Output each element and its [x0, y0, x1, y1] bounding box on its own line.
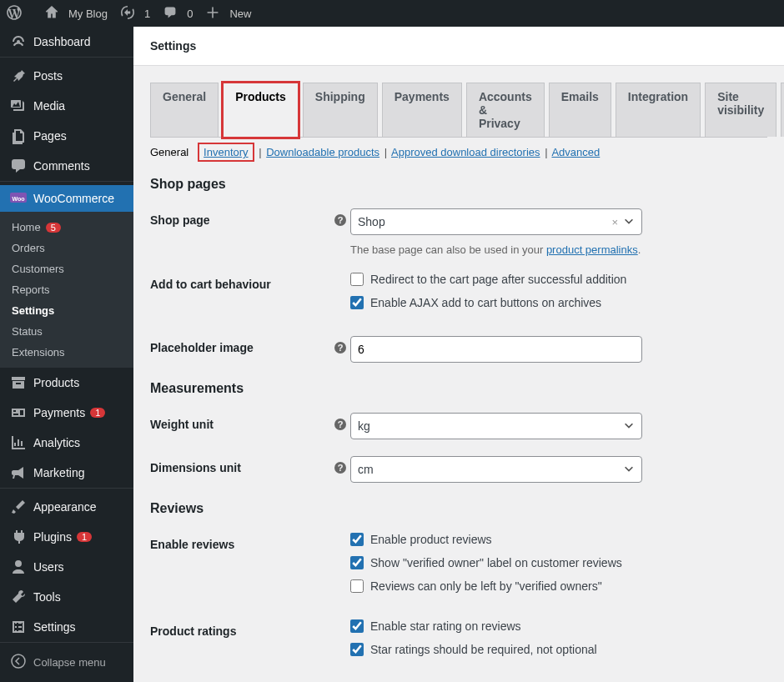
- wp-logo[interactable]: [0, 0, 38, 27]
- section-measurements: Measurements: [150, 381, 767, 396]
- cb-ajax-cart[interactable]: [350, 296, 364, 309]
- updates-count: 1: [144, 8, 150, 20]
- menu-label: Marketing: [33, 466, 84, 479]
- menu-woocommerce[interactable]: Woo WooCommerce: [0, 185, 133, 212]
- placeholder-image-label: Placeholder image: [150, 336, 334, 354]
- cb-verified-label[interactable]: [350, 556, 364, 569]
- collapse-menu[interactable]: Collapse menu: [0, 646, 133, 679]
- menu-plugins[interactable]: Plugins 1: [0, 522, 133, 552]
- menu-posts[interactable]: Posts: [0, 61, 133, 91]
- comments-count: 0: [187, 8, 193, 20]
- menu-pages[interactable]: Pages: [0, 121, 133, 151]
- wordpress-icon: [7, 5, 27, 23]
- tab-site-visibility[interactable]: Site visibility: [705, 83, 776, 137]
- cb-verified-only[interactable]: [350, 579, 364, 593]
- comments-icon: [10, 158, 27, 174]
- updates-link[interactable]: 1: [114, 0, 157, 27]
- tab-products[interactable]: Products: [223, 83, 299, 138]
- tab-general[interactable]: General: [150, 83, 219, 137]
- menu-comments[interactable]: Comments: [0, 151, 133, 181]
- menu-label: Products: [33, 376, 79, 389]
- menu-marketing[interactable]: Marketing: [0, 458, 133, 488]
- weight-unit-value: kg: [358, 419, 370, 433]
- section-shop-pages: Shop pages: [150, 177, 767, 192]
- plug-icon: [10, 529, 27, 545]
- tab-accounts[interactable]: Accounts & Privacy: [466, 83, 545, 137]
- tab-integration[interactable]: Integration: [616, 83, 701, 137]
- svg-point-2: [12, 654, 25, 668]
- weight-unit-select[interactable]: kg: [350, 413, 642, 439]
- menu-appearance[interactable]: Appearance: [0, 492, 133, 522]
- section-reviews: Reviews: [150, 501, 767, 516]
- submenu-reports[interactable]: Reports: [0, 279, 133, 300]
- submenu-home[interactable]: Home5: [0, 217, 133, 238]
- badge: 1: [77, 532, 92, 542]
- main-content: Settings General Products Shipping Payme…: [133, 27, 784, 682]
- menu-payments[interactable]: Payments 1: [0, 398, 133, 428]
- help-icon[interactable]: ?: [334, 336, 350, 354]
- cb-redirect-cart[interactable]: [350, 273, 364, 286]
- menu-dashboard[interactable]: Dashboard: [0, 27, 133, 57]
- tab-shipping[interactable]: Shipping: [303, 83, 378, 137]
- menu-users[interactable]: Users: [0, 552, 133, 582]
- cb-redirect-label: Redirect to the cart page after successf…: [370, 273, 626, 286]
- submenu-customers[interactable]: Customers: [0, 258, 133, 279]
- comment-icon: [163, 6, 182, 22]
- cb-verified-label-text: Show "verified owner" label on customer …: [370, 556, 622, 569]
- cb-verified-only-text: Reviews can only be left by "verified ow…: [370, 579, 602, 593]
- dimensions-unit-value: cm: [358, 463, 374, 476]
- menu-media[interactable]: Media: [0, 91, 133, 121]
- svg-text:?: ?: [338, 463, 344, 473]
- pages-icon: [10, 128, 27, 144]
- product-ratings-label: Product ratings: [150, 619, 334, 638]
- cb-enable-reviews[interactable]: [350, 533, 364, 546]
- menu-tools[interactable]: Tools: [0, 582, 133, 612]
- payments-icon: [10, 404, 27, 421]
- clear-icon[interactable]: ×: [611, 216, 618, 228]
- cb-star-required-label: Star ratings should be required, not opt…: [370, 643, 597, 656]
- brush-icon: [10, 499, 27, 515]
- subtab-downloadable[interactable]: Downloadable products: [266, 146, 379, 158]
- subtab-advanced[interactable]: Advanced: [551, 146, 600, 158]
- shop-page-select[interactable]: Shop ×: [350, 208, 642, 235]
- cb-star-rating[interactable]: [350, 619, 364, 633]
- menu-products[interactable]: Products: [0, 368, 133, 398]
- site-name-link[interactable]: My Blog: [38, 0, 114, 27]
- shop-page-label: Shop page: [150, 208, 334, 227]
- user-icon: [10, 559, 27, 575]
- submenu-extensions[interactable]: Extensions: [0, 342, 133, 363]
- cb-star-required[interactable]: [350, 643, 364, 656]
- submenu-orders[interactable]: Orders: [0, 238, 133, 258]
- tab-emails[interactable]: Emails: [549, 83, 611, 137]
- subtab-approved[interactable]: Approved download directories: [391, 146, 540, 158]
- placeholder-image-input[interactable]: [350, 336, 642, 363]
- tab-payments[interactable]: Payments: [382, 83, 462, 137]
- menu-label: Tools: [33, 590, 61, 604]
- weight-unit-label: Weight unit: [150, 413, 334, 431]
- help-icon[interactable]: ?: [334, 208, 350, 227]
- wrench-icon: [10, 589, 27, 605]
- subtab-inventory[interactable]: Inventory: [198, 143, 254, 162]
- menu-label: WooCommerce: [33, 192, 114, 205]
- cb-ajax-label: Enable AJAX add to cart buttons on archi…: [370, 296, 601, 309]
- help-icon[interactable]: ?: [334, 413, 350, 431]
- dimensions-unit-select[interactable]: cm: [350, 456, 642, 483]
- dashboard-icon: [10, 33, 27, 50]
- badge: 5: [46, 223, 61, 233]
- badge: 1: [90, 408, 105, 418]
- admin-bar: My Blog 1 0 New: [0, 0, 784, 27]
- new-link[interactable]: New: [199, 0, 258, 27]
- help-icon[interactable]: ?: [334, 456, 350, 474]
- menu-settings[interactable]: Settings: [0, 612, 133, 642]
- comments-link[interactable]: 0: [157, 0, 199, 27]
- submenu-settings[interactable]: Settings: [0, 300, 133, 321]
- tab-advanced[interactable]: Advanced: [781, 83, 784, 137]
- subtab-general[interactable]: General: [150, 146, 188, 158]
- add-to-cart-label: Add to cart behaviour: [150, 273, 334, 291]
- chevron-down-icon: [623, 215, 635, 229]
- submenu-status[interactable]: Status: [0, 321, 133, 342]
- plus-icon: [206, 6, 224, 22]
- menu-label: Analytics: [33, 436, 80, 449]
- product-permalinks-link[interactable]: product permalinks: [546, 243, 638, 256]
- menu-analytics[interactable]: Analytics: [0, 428, 133, 458]
